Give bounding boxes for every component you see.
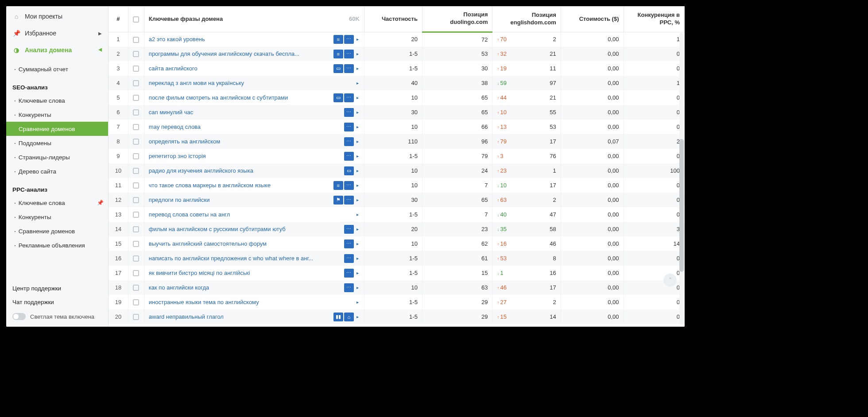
serp-badge-img-icon[interactable]: ▭ bbox=[333, 93, 343, 102]
serp-badge-img-icon[interactable]: ▭ bbox=[333, 64, 343, 73]
expand-caret-icon[interactable]: ▸ bbox=[356, 37, 360, 42]
serp-badge-lines-icon[interactable]: ≡ bbox=[333, 35, 343, 44]
serp-badge-lines-icon[interactable]: ≡ bbox=[333, 181, 343, 190]
serp-badge-cam-icon[interactable]: ⌂ bbox=[344, 313, 354, 321]
sidebar-sub-ppc-ads[interactable]: Рекламные объявления bbox=[6, 238, 108, 252]
th-position-2[interactable]: Позиция englishdom.com bbox=[492, 6, 561, 32]
th-frequency[interactable]: Частотность bbox=[364, 6, 422, 32]
sidebar-sub-summary-report[interactable]: Суммарный отчет bbox=[6, 62, 108, 76]
expand-caret-icon[interactable]: ▸ bbox=[356, 81, 360, 85]
expand-caret-icon[interactable]: ▸ bbox=[356, 124, 360, 129]
keyword-link[interactable]: may перевод слова bbox=[149, 124, 342, 130]
serp-badge-dots-icon[interactable]: ⋯ bbox=[344, 181, 354, 190]
serp-badge-dots-icon[interactable]: ⋯ bbox=[344, 254, 354, 263]
keyword-link[interactable]: переклад з англ мови на українську bbox=[149, 80, 352, 86]
sidebar-sub-seo-site-tree[interactable]: Дерево сайта bbox=[6, 164, 108, 178]
row-checkbox[interactable] bbox=[133, 226, 139, 232]
keyword-link[interactable]: что такое слова маркеры в английском язы… bbox=[149, 182, 332, 189]
expand-caret-icon[interactable]: ▸ bbox=[356, 300, 360, 305]
serp-badge-img-icon[interactable]: ▭ bbox=[344, 166, 354, 175]
sidebar-support-chat[interactable]: Чат поддержки bbox=[6, 294, 108, 308]
keyword-link[interactable]: иностранные языки тема по английскому bbox=[149, 299, 352, 305]
sidebar-sub-seo-domain-compare[interactable]: Сравнение доменов bbox=[6, 122, 108, 136]
scroll-to-top-button[interactable]: ˄ bbox=[663, 274, 677, 287]
th-number[interactable]: # bbox=[108, 6, 128, 32]
keyword-link[interactable]: написать по английски предложения с who … bbox=[149, 255, 342, 262]
keyword-link[interactable]: определять на английском bbox=[149, 138, 342, 145]
row-checkbox[interactable] bbox=[133, 299, 139, 305]
select-all-checkbox[interactable] bbox=[133, 16, 139, 23]
serp-badge-dots-icon[interactable]: ⋯ bbox=[344, 108, 354, 117]
th-position-1[interactable]: Позиция duolingo.com bbox=[422, 6, 492, 32]
serp-badge-dots-icon[interactable]: ⋯ bbox=[344, 269, 354, 278]
expand-caret-icon[interactable]: ▸ bbox=[356, 285, 360, 290]
serp-badge-dots-icon[interactable]: ⋯ bbox=[344, 35, 354, 44]
scrollbar-thumb[interactable] bbox=[679, 139, 684, 272]
keyword-link[interactable]: как по английски когда bbox=[149, 284, 342, 291]
sidebar-sub-seo-subdomains[interactable]: Поддомены bbox=[6, 136, 108, 150]
row-checkbox[interactable] bbox=[133, 270, 139, 276]
keyword-link[interactable]: радио для изучения английского языка bbox=[149, 167, 342, 174]
keyword-link[interactable]: предлоги по английски bbox=[149, 197, 332, 203]
expand-caret-icon[interactable]: ▸ bbox=[356, 110, 360, 115]
serp-badge-flag-icon[interactable]: ⚑ bbox=[333, 196, 343, 205]
expand-caret-icon[interactable]: ▸ bbox=[356, 154, 360, 158]
sidebar-sub-ppc-keywords[interactable]: Ключевые слова 📌 bbox=[6, 196, 108, 210]
row-checkbox[interactable] bbox=[133, 66, 139, 72]
expand-caret-icon[interactable]: ▸ bbox=[356, 197, 360, 202]
keyword-link[interactable]: после фильм смотреть на английском с суб… bbox=[149, 94, 332, 101]
serp-badge-bars-icon[interactable]: ▮▮ bbox=[333, 313, 343, 321]
scrollbar[interactable] bbox=[679, 33, 684, 325]
serp-badge-dots-icon[interactable]: ⋯ bbox=[344, 239, 354, 248]
row-checkbox[interactable] bbox=[133, 197, 139, 203]
serp-badge-dots-icon[interactable]: ⋯ bbox=[344, 137, 354, 146]
row-checkbox[interactable] bbox=[133, 212, 139, 218]
row-checkbox[interactable] bbox=[133, 109, 139, 116]
row-checkbox[interactable] bbox=[133, 80, 139, 86]
serp-badge-dots-icon[interactable]: ⋯ bbox=[344, 64, 354, 73]
theme-toggle[interactable] bbox=[12, 313, 26, 320]
row-checkbox[interactable] bbox=[133, 51, 139, 57]
row-checkbox[interactable] bbox=[133, 255, 139, 262]
keyword-link[interactable]: award неправильный глагол bbox=[149, 313, 332, 320]
serp-badge-dots-icon[interactable]: ⋯ bbox=[344, 225, 354, 234]
expand-caret-icon[interactable]: ▸ bbox=[356, 139, 360, 144]
row-checkbox[interactable] bbox=[133, 95, 139, 101]
expand-caret-icon[interactable]: ▸ bbox=[356, 168, 360, 173]
sidebar-support-center[interactable]: Центр поддержки bbox=[6, 281, 108, 294]
serp-badge-dots-icon[interactable]: ⋯ bbox=[344, 50, 354, 58]
serp-badge-dots-icon[interactable]: ⋯ bbox=[344, 123, 354, 131]
sidebar-item-favorites[interactable]: 📌 Избранное ▶ bbox=[6, 25, 108, 42]
row-checkbox[interactable] bbox=[133, 139, 139, 145]
expand-caret-icon[interactable]: ▸ bbox=[356, 95, 360, 100]
keyword-link[interactable]: фильм на английском с русскими субтитрам… bbox=[149, 226, 342, 232]
sidebar-item-domain-analysis[interactable]: ◑ Анализ домена ▶ bbox=[6, 42, 108, 58]
expand-caret-icon[interactable]: ▸ bbox=[356, 270, 360, 275]
th-checkbox[interactable] bbox=[128, 6, 144, 32]
row-checkbox[interactable] bbox=[133, 285, 139, 291]
keyword-link[interactable]: сайта английского bbox=[149, 65, 332, 72]
expand-caret-icon[interactable]: ▸ bbox=[356, 212, 360, 217]
serp-badge-dots-icon[interactable]: ⋯ bbox=[344, 93, 354, 102]
expand-caret-icon[interactable]: ▸ bbox=[356, 314, 360, 319]
row-checkbox[interactable] bbox=[133, 153, 139, 159]
sidebar-sub-ppc-domain-compare[interactable]: Сравнение доменов bbox=[6, 224, 108, 238]
keyword-link[interactable]: як вивчити бистро місяці по англійські bbox=[149, 270, 342, 276]
keyword-link[interactable]: перевод слова советы на англ bbox=[149, 211, 352, 218]
keyword-link[interactable]: can минулий час bbox=[149, 109, 342, 116]
sidebar-sub-seo-top-pages[interactable]: Страницы-лидеры bbox=[6, 150, 108, 164]
row-checkbox[interactable] bbox=[133, 168, 139, 174]
serp-badge-dots-icon[interactable]: ⋯ bbox=[344, 283, 354, 292]
expand-caret-icon[interactable]: ▸ bbox=[356, 51, 360, 56]
expand-caret-icon[interactable]: ▸ bbox=[356, 183, 360, 188]
th-competition[interactable]: Конкуренция в PPC, % bbox=[624, 6, 685, 32]
keyword-link[interactable]: программы для обучения английскому скача… bbox=[149, 50, 332, 57]
sidebar-sub-seo-competitors[interactable]: Конкуренты bbox=[6, 108, 108, 122]
serp-badge-dots-icon[interactable]: ⋯ bbox=[344, 196, 354, 205]
serp-badge-lines-icon[interactable]: ≡ bbox=[333, 50, 343, 58]
serp-badge-dots-icon[interactable]: ⋯ bbox=[344, 152, 354, 161]
expand-caret-icon[interactable]: ▸ bbox=[356, 227, 360, 232]
expand-caret-icon[interactable]: ▸ bbox=[356, 241, 360, 246]
th-keywords[interactable]: Ключевые фразы домена 60K bbox=[144, 6, 364, 32]
row-checkbox[interactable] bbox=[133, 314, 139, 320]
